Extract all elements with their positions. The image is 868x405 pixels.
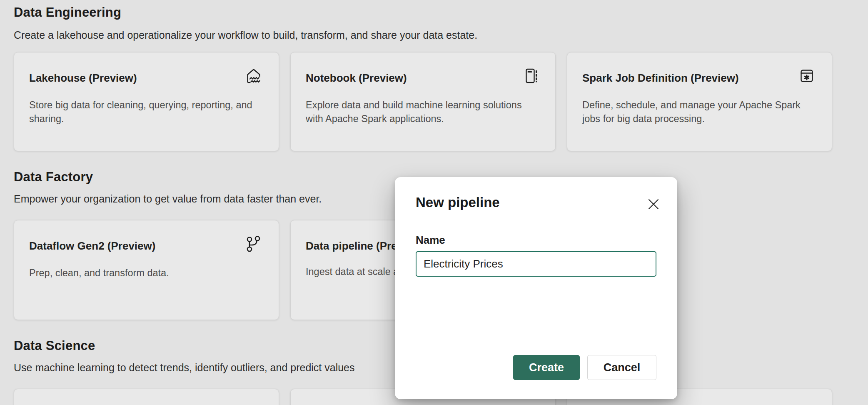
section-subtitle-data-engineering: Create a lakehouse and operationalize yo… <box>14 29 868 41</box>
card-notebook[interactable]: Notebook (Preview) Explore data and buil… <box>290 52 556 151</box>
card-header: Notebook (Preview) <box>306 66 540 86</box>
create-button[interactable]: Create <box>513 355 580 380</box>
section-title-data-engineering: Data Engineering <box>14 5 868 20</box>
section-data-engineering: Data Engineering Create a lakehouse and … <box>14 5 868 151</box>
card-title-dataflow-gen2: Dataflow Gen2 (Preview) <box>29 234 155 252</box>
close-icon[interactable] <box>645 195 662 213</box>
card-description-dataflow-gen2: Prep, clean, and transform data. <box>29 266 264 280</box>
card-title-spark-job-definition: Spark Job Definition (Preview) <box>582 66 739 85</box>
pipeline-name-input[interactable] <box>416 251 656 277</box>
new-pipeline-dialog: New pipeline Name Create Cancel <box>395 177 677 399</box>
card-title-lakehouse: Lakehouse (Preview) <box>29 66 137 85</box>
name-field-label: Name <box>416 234 656 247</box>
spark-job-icon <box>797 66 817 86</box>
card-header: Spark Job Definition (Preview) <box>582 66 817 86</box>
card-description-spark-job-definition: Define, schedule, and manage your Apache… <box>582 98 817 126</box>
card-partial-1[interactable] <box>14 389 279 405</box>
card-description-lakehouse: Store big data for cleaning, querying, r… <box>29 98 264 126</box>
card-title-notebook: Notebook (Preview) <box>306 66 407 85</box>
card-dataflow-gen2[interactable]: Dataflow Gen2 (Preview) Prep, clean, and… <box>14 220 279 320</box>
card-header: Lakehouse (Preview) <box>29 66 264 86</box>
card-spark-job-definition[interactable]: Spark Job Definition (Preview) <box>567 52 832 151</box>
notebook-icon <box>520 66 540 86</box>
lakehouse-icon <box>244 66 264 86</box>
create-item-hub-page: Data Engineering Create a lakehouse and … <box>0 0 868 405</box>
card-header: Dataflow Gen2 (Preview) <box>29 234 264 254</box>
cancel-button[interactable]: Cancel <box>587 355 656 380</box>
dataflow-branch-icon <box>244 234 264 254</box>
dialog-title: New pipeline <box>416 195 656 210</box>
dialog-footer: Create Cancel <box>416 355 656 380</box>
card-row-data-engineering: Lakehouse (Preview) Store big data for c… <box>14 52 832 151</box>
card-description-notebook: Explore data and build machine learning … <box>306 98 540 126</box>
card-lakehouse[interactable]: Lakehouse (Preview) Store big data for c… <box>14 52 279 151</box>
